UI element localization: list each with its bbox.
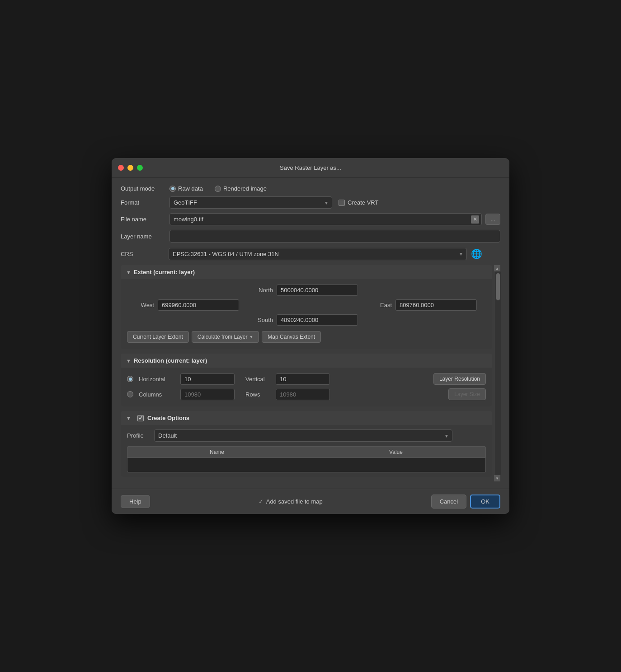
crs-globe-button[interactable]: 🌐 [470, 247, 483, 261]
rendered-image-label: Rendered image [223, 185, 267, 192]
scrollbar-thumb[interactable] [496, 273, 500, 300]
cancel-button[interactable]: Cancel [431, 495, 466, 509]
ok-button[interactable]: OK [470, 495, 500, 509]
east-input[interactable] [395, 299, 477, 311]
add-saved-file-checkbox-group[interactable]: ✓ Add saved file to map [259, 498, 323, 505]
extent-section-title: Extent (current: layer) [134, 269, 195, 275]
extent-north-row: North [127, 285, 486, 296]
add-saved-file-checkmark: ✓ [259, 498, 263, 505]
columns-input[interactable] [180, 389, 235, 400]
footer-center: ✓ Add saved file to map [155, 498, 427, 505]
resolution-section-title: Resolution (current: layer) [134, 357, 207, 364]
south-label: South [255, 317, 273, 323]
dialog-window: Save Raster Layer as... Output mode Raw … [112, 158, 509, 514]
format-dropdown-wrapper: GeoTIFFJPEGPNGBMP ▼ [169, 196, 332, 209]
output-mode-group: Raw data Rendered image [169, 185, 267, 192]
create-vrt-checkbox[interactable] [339, 200, 345, 206]
scrollbar: ▲ ▼ [494, 265, 500, 481]
profile-row: Profile Default ▼ [127, 429, 486, 442]
layer-size-button[interactable]: Layer Size [448, 388, 486, 400]
close-button[interactable] [118, 165, 124, 171]
file-browse-button[interactable]: ... [485, 214, 500, 225]
dialog-footer: Help ✓ Add saved file to map Cancel OK [112, 489, 509, 514]
extent-section-header[interactable]: ▼ Extent (current: layer) [121, 265, 492, 279]
crs-dropdown-wrapper: EPSG:32631 - WGS 84 / UTM zone 31N ▼ [169, 248, 467, 260]
create-options-section-title: Create Options [147, 415, 189, 421]
horizontal-radio[interactable] [127, 376, 133, 382]
create-options-section-header[interactable]: ▼ ✓ Create Options [121, 411, 492, 425]
extent-grid: North West East [127, 285, 486, 326]
rows-input[interactable] [276, 389, 330, 400]
extent-arrow-icon: ▼ [126, 270, 131, 275]
crs-label: CRS [121, 251, 166, 257]
extent-buttons: Current Layer Extent Calculate from Laye… [127, 331, 486, 343]
layer-name-input[interactable] [169, 230, 500, 243]
vertical-input[interactable] [276, 373, 330, 385]
resolution-hv-row: Horizontal Vertical Layer Resolution [127, 373, 486, 385]
output-mode-row: Output mode Raw data Rendered image [121, 185, 500, 192]
footer-left: Help [121, 495, 150, 508]
west-label: West [136, 302, 154, 308]
north-input[interactable] [277, 285, 358, 296]
options-table-body [127, 458, 486, 472]
output-mode-label: Output mode [121, 185, 166, 192]
format-select[interactable]: GeoTIFFJPEGPNGBMP [169, 196, 332, 209]
file-input-wrapper: ✕ [169, 213, 482, 225]
scrollbar-up-button[interactable]: ▲ [494, 265, 500, 271]
calculate-dropdown-arrow: ▼ [249, 335, 253, 339]
calculate-from-layer-button[interactable]: Calculate from Layer ▼ [192, 331, 259, 343]
scrollbar-down-button[interactable]: ▼ [494, 475, 500, 481]
resolution-arrow-icon: ▼ [126, 358, 131, 364]
create-options-checkbox-label[interactable]: ✓ [137, 415, 144, 421]
layer-resolution-button[interactable]: Layer Resolution [433, 373, 486, 385]
horizontal-label: Horizontal [139, 376, 175, 383]
east-label: East [374, 302, 392, 308]
rendered-image-option[interactable]: Rendered image [215, 185, 267, 192]
extent-we-row: West East [127, 299, 486, 311]
current-layer-extent-button[interactable]: Current Layer Extent [127, 331, 189, 343]
minimize-button[interactable] [127, 165, 133, 171]
raw-data-option[interactable]: Raw data [169, 185, 203, 192]
format-row: Format GeoTIFFJPEGPNGBMP ▼ Create VRT [121, 196, 500, 209]
profile-select[interactable]: Default [154, 429, 452, 442]
file-name-label: File name [121, 216, 166, 223]
create-options-checkbox[interactable]: ✓ [137, 415, 144, 421]
options-table-header: Name Value [127, 446, 486, 458]
south-input[interactable] [277, 314, 358, 326]
resolution-section: ▼ Resolution (current: layer) Horizontal… [121, 354, 492, 406]
help-button[interactable]: Help [121, 495, 150, 508]
extent-section-body: North West East [121, 279, 492, 349]
vertical-label: Vertical [245, 376, 270, 383]
raw-data-label: Raw data [178, 185, 203, 192]
layer-name-row: Layer name [121, 230, 500, 243]
profile-dropdown-wrapper: Default ▼ [154, 429, 452, 442]
crs-row: CRS EPSG:32631 - WGS 84 / UTM zone 31N ▼… [121, 247, 500, 261]
create-options-section: ▼ ✓ Create Options Profile Default [121, 411, 492, 477]
window-controls [118, 165, 143, 171]
file-name-input[interactable] [169, 213, 482, 225]
file-name-row: File name ✕ ... [121, 213, 500, 225]
file-clear-button[interactable]: ✕ [471, 215, 479, 224]
scrollbar-track [495, 271, 501, 475]
rendered-image-radio[interactable] [215, 186, 221, 192]
crs-select[interactable]: EPSG:32631 - WGS 84 / UTM zone 31N [169, 248, 467, 260]
north-label: North [255, 287, 273, 294]
create-options-arrow-icon: ▼ [126, 415, 131, 421]
profile-label: Profile [127, 432, 150, 439]
sections-area: ▼ Extent (current: layer) North [121, 265, 492, 481]
resolution-section-header[interactable]: ▼ Resolution (current: layer) [121, 354, 492, 368]
resolution-section-body: Horizontal Vertical Layer Resolution Col… [121, 368, 492, 406]
map-canvas-extent-button[interactable]: Map Canvas Extent [262, 331, 321, 343]
window-title: Save Raster Layer as... [280, 164, 341, 171]
titlebar: Save Raster Layer as... [112, 158, 509, 178]
horizontal-input[interactable] [180, 373, 235, 385]
resolution-cr-row: Columns Rows Layer Size [127, 388, 486, 400]
maximize-button[interactable] [137, 165, 143, 171]
west-input[interactable] [158, 299, 239, 311]
dialog-content: Output mode Raw data Rendered image Form… [112, 178, 509, 489]
calculate-from-layer-label: Calculate from Layer [198, 334, 248, 340]
columns-radio[interactable] [127, 391, 133, 397]
raw-data-radio[interactable] [169, 186, 176, 192]
format-label: Format [121, 199, 166, 206]
create-vrt-checkbox-label[interactable]: Create VRT [339, 199, 378, 206]
